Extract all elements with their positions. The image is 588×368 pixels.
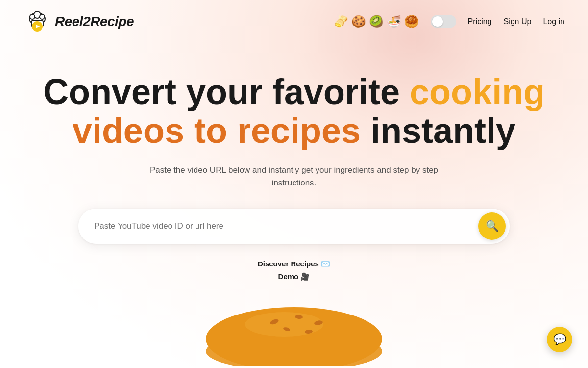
hero-subtitle: Paste the video URL below and instantly … — [147, 164, 441, 189]
demo-link[interactable]: Demo 🎥 — [278, 272, 310, 281]
nav-food-icons: 🫔 🍪 🥝 🍜 🥮 — [334, 15, 419, 28]
logo-icon — [24, 8, 51, 35]
logo-text: Reel2Recipe — [55, 14, 134, 29]
food-icon-4: 🍜 — [387, 15, 401, 28]
food-icon-5: 🥮 — [404, 15, 419, 28]
url-input[interactable] — [78, 209, 510, 244]
logo[interactable]: Reel2Recipe — [24, 8, 134, 35]
navbar: Reel2Recipe 🫔 🍪 🥝 🍜 🥮 Pricing Sign Up Lo… — [0, 0, 588, 43]
discover-links: Discover Recipes ✉️ Demo 🎥 — [24, 260, 564, 281]
hero-title: Convert your favorite cooking videos to … — [24, 73, 564, 150]
discover-recipes-link[interactable]: Discover Recipes ✉️ — [258, 260, 330, 268]
svg-point-4 — [40, 14, 45, 19]
hero-title-part2: videos to recipes — [73, 111, 361, 150]
search-container: 🔍 — [78, 209, 510, 244]
nav-right: 🫔 🍪 🥝 🍜 🥮 Pricing Sign Up Log in — [334, 15, 564, 28]
signup-link[interactable]: Sign Up — [503, 17, 531, 26]
search-icon: 🔍 — [486, 220, 499, 233]
svg-point-13 — [245, 312, 323, 337]
pricing-link[interactable]: Pricing — [468, 17, 492, 26]
food-icon-3: 🥝 — [369, 15, 384, 28]
food-icon-1: 🫔 — [334, 15, 348, 28]
svg-point-3 — [30, 14, 35, 19]
chat-button[interactable]: 💬 — [547, 327, 572, 352]
hero-title-cooking: cooking — [410, 72, 545, 111]
hero-title-part3: instantly — [361, 111, 515, 150]
burger-illustration — [196, 268, 392, 366]
chat-icon: 💬 — [553, 333, 566, 346]
food-icon-2: 🍪 — [351, 15, 366, 28]
hero-section: Convert your favorite cooking videos to … — [0, 43, 588, 281]
burger-area — [196, 268, 392, 368]
dark-mode-toggle[interactable] — [431, 15, 456, 28]
login-link[interactable]: Log in — [543, 17, 564, 26]
search-button[interactable]: 🔍 — [478, 212, 506, 240]
hero-title-part1: Convert your favorite — [43, 72, 410, 111]
